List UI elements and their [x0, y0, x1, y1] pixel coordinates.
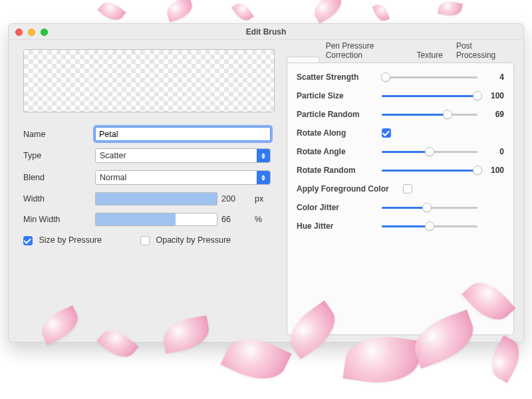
opacity-by-pressure-checkbox[interactable] [140, 236, 150, 245]
window-title: Edit Brush [246, 27, 287, 37]
apply-fg-label: Apply Foreground Color [297, 184, 403, 194]
tab-scatter[interactable] [287, 57, 319, 63]
edit-brush-window: Edit Brush Name Type Scatter Blend [8, 23, 524, 342]
type-label: Type [23, 151, 95, 160]
hue-jitter-slider[interactable] [382, 225, 477, 227]
rotate-angle-label: Rotate Angle [297, 147, 382, 156]
color-jitter-label: Color Jitter [297, 203, 382, 212]
maximize-icon[interactable] [41, 29, 48, 36]
blend-label: Blend [23, 173, 95, 182]
rotate-along-checkbox[interactable] [382, 128, 391, 138]
window-controls [15, 24, 48, 40]
scatter-strength-label: Scatter Strength [297, 72, 382, 82]
width-label: Width [23, 194, 95, 203]
tab-texture[interactable]: Texture [410, 48, 450, 63]
particle-random-value: 69 [484, 110, 504, 119]
brush-general-panel: Name Type Scatter Blend Normal [9, 40, 281, 342]
rotate-angle-slider[interactable] [382, 151, 477, 153]
close-icon[interactable] [15, 29, 23, 36]
type-select-value: Scatter [100, 151, 126, 160]
petal-icon [97, 0, 126, 25]
min-width-value: 66 [221, 215, 251, 224]
rotate-random-slider[interactable] [382, 170, 477, 172]
color-jitter-slider[interactable] [382, 207, 477, 209]
size-by-pressure-label: Size by Pressure [39, 235, 101, 245]
petal-icon [372, 3, 390, 23]
min-width-label: Min Width [23, 215, 95, 224]
particle-random-label: Particle Random [297, 110, 382, 119]
tab-post-processing[interactable]: Post Processing [450, 39, 514, 63]
petal-icon [164, 0, 196, 22]
size-by-pressure-row[interactable]: Size by Pressure [23, 235, 102, 245]
name-input[interactable] [95, 127, 271, 141]
tabstrip: Pen Pressure Correction Texture Post Pro… [287, 47, 514, 63]
particle-size-value: 100 [484, 91, 504, 100]
petal-icon [438, 0, 463, 18]
name-label: Name [23, 130, 95, 139]
opacity-by-pressure-row[interactable]: Opacity by Pressure [140, 235, 231, 245]
apply-fg-checkbox[interactable] [403, 184, 412, 194]
petal-icon [231, 0, 254, 24]
brush-preview [23, 49, 275, 112]
min-width-slider[interactable] [95, 213, 217, 226]
blend-select-value: Normal [100, 173, 126, 182]
min-width-unit: % [255, 215, 271, 224]
width-unit: px [255, 194, 271, 203]
tab-pen-pressure-correction[interactable]: Pen Pressure Correction [319, 39, 410, 63]
rotate-angle-value: 0 [484, 147, 504, 156]
hue-jitter-label: Hue Jitter [297, 221, 382, 231]
opacity-by-pressure-label: Opacity by Pressure [156, 235, 231, 245]
rotate-random-value: 100 [484, 166, 504, 175]
size-by-pressure-checkbox[interactable] [23, 236, 33, 245]
particle-size-label: Particle Size [297, 91, 382, 100]
scatter-strength-slider[interactable] [382, 76, 477, 78]
blend-select[interactable]: Normal [95, 170, 271, 185]
particle-random-slider[interactable] [382, 114, 477, 116]
chevron-updown-icon [257, 171, 270, 184]
type-select[interactable]: Scatter [95, 148, 271, 163]
minimize-icon[interactable] [28, 29, 35, 36]
scatter-strength-value: 4 [484, 72, 504, 82]
chevron-updown-icon [257, 149, 270, 162]
rotate-random-label: Rotate Random [297, 166, 382, 175]
particle-size-slider[interactable] [382, 95, 477, 97]
titlebar: Edit Brush [9, 24, 523, 40]
width-value: 200 [221, 194, 251, 203]
brush-scatter-panel: Pen Pressure Correction Texture Post Pro… [281, 40, 523, 342]
scatter-pane: Scatter Strength 4 Particle Size 100 Par… [287, 63, 514, 335]
rotate-along-label: Rotate Along [297, 128, 382, 138]
petal-icon [310, 0, 346, 23]
width-slider[interactable] [95, 192, 217, 205]
